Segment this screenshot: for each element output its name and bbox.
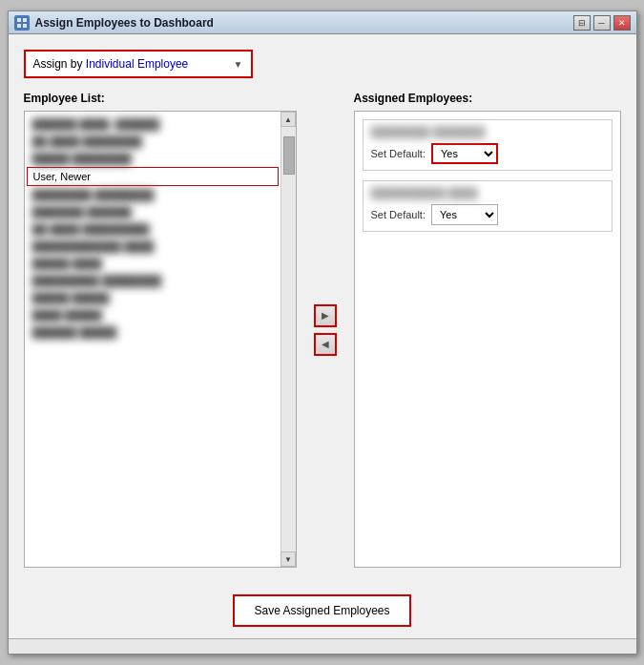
set-default-label: Set Default: xyxy=(371,209,426,220)
transfer-controls: ▶ ◀ xyxy=(310,92,341,568)
svg-rect-2 xyxy=(17,24,21,28)
employee-list-label: Employee List: xyxy=(24,92,297,105)
set-default-row: Set Default:YesNo xyxy=(371,143,604,164)
restore-button[interactable]: ⊟ xyxy=(573,15,591,31)
title-bar: Assign Employees to Dashboard ⊟ ─ ✕ xyxy=(9,11,636,34)
main-panels: Employee List: ██████ ████, ████████ ███… xyxy=(24,92,621,568)
list-item[interactable]: User, Newer xyxy=(27,167,279,186)
set-default-row: Set Default:YesNo xyxy=(371,204,604,225)
list-item[interactable]: ███████ ██████ xyxy=(27,203,279,220)
title-bar-buttons: ⊟ ─ ✕ xyxy=(573,15,631,31)
assign-dropdown-row: Assign by Individual Employee ▼ xyxy=(24,50,621,78)
list-item[interactable]: █████ ████████ xyxy=(27,150,279,167)
svg-rect-1 xyxy=(23,18,27,22)
default-select[interactable]: YesNo xyxy=(431,204,498,225)
add-employee-button[interactable]: ▶ xyxy=(314,304,337,327)
assign-type-value: Individual Employee xyxy=(86,57,188,71)
minimize-button[interactable]: ─ xyxy=(593,15,611,31)
scroll-down-arrow[interactable]: ▼ xyxy=(280,551,296,567)
assign-dropdown-text: Assign by Individual Employee xyxy=(33,57,189,71)
assigned-employee-name: ████████ ███████ xyxy=(371,126,604,137)
dashboard-icon xyxy=(14,15,30,31)
list-item[interactable]: █████████ ████████ xyxy=(27,272,279,289)
list-item[interactable]: ████████████ ████ xyxy=(27,238,279,255)
chevron-down-icon: ▼ xyxy=(234,59,243,70)
svg-rect-0 xyxy=(17,18,21,22)
title-bar-left: Assign Employees to Dashboard xyxy=(14,15,214,31)
assigned-employees-label: Assigned Employees: xyxy=(354,92,621,105)
remove-employee-button[interactable]: ◀ xyxy=(314,333,337,356)
assigned-employee-card: ████████ ███████Set Default:YesNo xyxy=(363,119,613,171)
main-window: Assign Employees to Dashboard ⊟ ─ ✕ Assi… xyxy=(8,10,637,655)
default-select[interactable]: YesNo xyxy=(431,143,498,164)
assign-type-dropdown[interactable]: Assign by Individual Employee ▼ xyxy=(24,50,253,78)
employee-list-container: ██████ ████, ████████ ████ █████████████… xyxy=(24,111,297,568)
assigned-list-container: ████████ ███████Set Default:YesNo███████… xyxy=(354,111,621,568)
assigned-employees-panel: Assigned Employees: ████████ ███████Set … xyxy=(354,92,621,568)
set-default-label: Set Default: xyxy=(371,148,426,159)
list-item[interactable]: ██████ █████ xyxy=(27,323,279,341)
scroll-thumb[interactable] xyxy=(283,136,295,175)
list-item[interactable]: ████████ ████████ xyxy=(27,186,279,203)
assigned-employee-name: ██████████ ████ xyxy=(371,187,604,198)
content-area: Assign by Individual Employee ▼ Employee… xyxy=(9,34,636,583)
scroll-track xyxy=(281,127,296,551)
employee-list-scrollbar: ▲ ▼ xyxy=(280,112,296,567)
close-button[interactable]: ✕ xyxy=(613,15,631,31)
list-item[interactable]: █████ ████ xyxy=(27,255,279,272)
footer: Save Assigned Employees xyxy=(9,583,636,638)
window-title: Assign Employees to Dashboard xyxy=(35,16,214,30)
svg-rect-3 xyxy=(23,24,27,28)
save-assigned-employees-button[interactable]: Save Assigned Employees xyxy=(233,594,410,627)
list-item[interactable]: ████ █████ xyxy=(27,306,279,323)
assigned-employee-card: ██████████ ████Set Default:YesNo xyxy=(363,180,613,232)
list-item[interactable]: ██ ████ █████████ xyxy=(27,220,279,238)
employee-list[interactable]: ██████ ████, ████████ ████ █████████████… xyxy=(25,112,280,567)
status-bar xyxy=(9,638,636,654)
list-item[interactable]: █████ █████ xyxy=(27,289,279,306)
scroll-up-arrow[interactable]: ▲ xyxy=(280,112,296,127)
list-item[interactable]: ██ ████ ████████ xyxy=(27,133,279,150)
list-item[interactable]: ██████ ████, ██████ xyxy=(27,115,279,133)
employee-list-panel: Employee List: ██████ ████, ████████ ███… xyxy=(24,92,297,568)
